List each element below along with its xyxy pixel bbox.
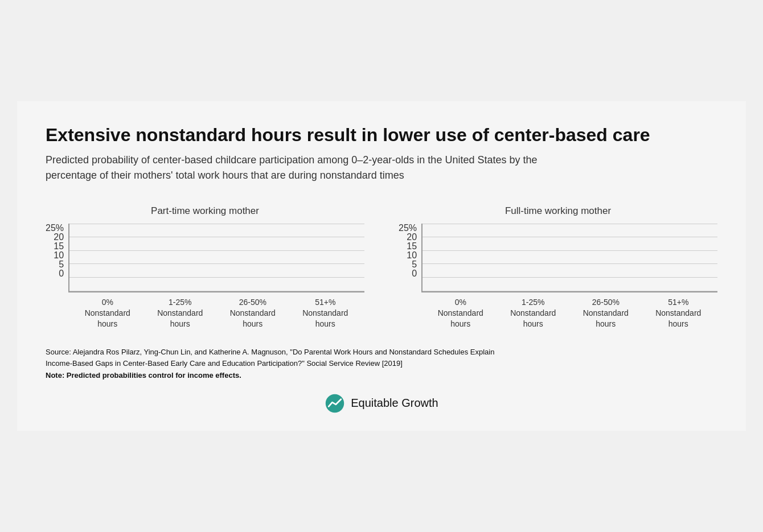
- right-x-labels: 0%Nonstandardhours1-25%Nonstandardhours2…: [421, 292, 717, 329]
- charts-row: Part-time working mother 25% 20 15 10 5 …: [46, 205, 717, 329]
- y-tick-10: 10: [54, 251, 64, 260]
- x-label: 26-50%Nonstandardhours: [219, 297, 286, 329]
- x-label: 1-25%Nonstandardhours: [500, 297, 567, 329]
- y-tick-0: 0: [59, 269, 64, 278]
- x-label: 0%Nonstandardhours: [74, 297, 141, 329]
- y-tick-15: 15: [54, 242, 64, 251]
- right-chart-body: 0%Nonstandardhours1-25%Nonstandardhours2…: [421, 224, 717, 329]
- right-bars-container: [421, 224, 717, 292]
- left-chart-body: 0%Nonstandardhours1-25%Nonstandardhours2…: [68, 224, 364, 329]
- left-chart-section: Part-time working mother 25% 20 15 10 5 …: [46, 205, 364, 329]
- right-chart-area: 25% 20 15 10 5 0 0%Nonstandardhours1-25%…: [399, 224, 717, 329]
- left-bars-container: [68, 224, 364, 292]
- x-label: 1-25%Nonstandardhours: [147, 297, 214, 329]
- left-x-labels: 0%Nonstandardhours1-25%Nonstandardhours2…: [68, 292, 364, 329]
- main-title: Extensive nonstandard hours result in lo…: [46, 124, 717, 146]
- right-y-axis: 25% 20 15 10 5 0: [399, 224, 421, 329]
- equitable-growth-icon: [325, 393, 345, 414]
- left-y-axis: 25% 20 15 10 5 0: [46, 224, 68, 329]
- main-card: Extensive nonstandard hours result in lo…: [17, 101, 746, 431]
- right-chart-section: Full-time working mother 25% 20 15 10 5 …: [399, 205, 717, 329]
- subtitle: Predicted probability of center-based ch…: [46, 152, 558, 182]
- footer-brand-name: Equitable Growth: [351, 397, 438, 410]
- x-label: 0%Nonstandardhours: [427, 297, 494, 329]
- left-chart-label: Part-time working mother: [46, 205, 364, 217]
- right-chart-label: Full-time working mother: [399, 205, 717, 217]
- x-label: 26-50%Nonstandardhours: [572, 297, 639, 329]
- x-label: 51+%Nonstandardhours: [292, 297, 359, 329]
- footer: Equitable Growth: [46, 393, 717, 414]
- y-tick-20: 20: [54, 233, 64, 242]
- source-text: Source: Alejandra Ros Pilarz, Ying-Chun …: [46, 347, 717, 382]
- left-chart-area: 25% 20 15 10 5 0 0%Nonstandardhours1-25%…: [46, 224, 364, 329]
- y-tick-5: 5: [59, 260, 64, 269]
- x-label: 51+%Nonstandardhours: [645, 297, 712, 329]
- y-tick-25: 25%: [46, 224, 64, 233]
